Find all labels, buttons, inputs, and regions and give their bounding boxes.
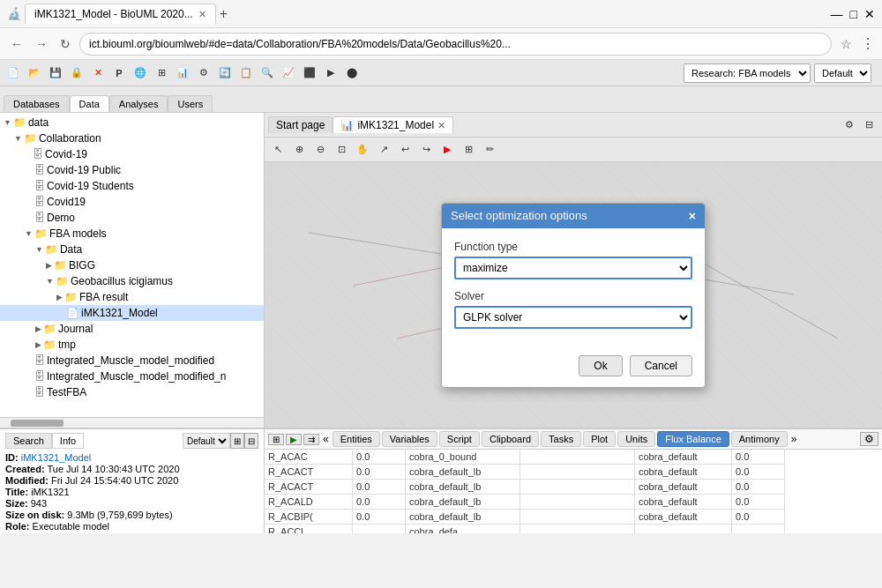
tree-item-collaboration[interactable]: ▼ 📁 Collaboration — [0, 130, 264, 146]
tree-item-covid19-public[interactable]: ▶ 🗄 Covid-19 Public — [0, 162, 264, 178]
toolbar-btn-13[interactable]: 📈 — [279, 63, 298, 83]
run-button[interactable]: ▶ — [437, 140, 457, 160]
solver-select[interactable]: GLPK solver CPLEX solver — [454, 306, 692, 329]
default-select[interactable]: Default — [814, 63, 871, 83]
tree-item-geobacillus[interactable]: ▼ 📁 Geobacillus icigiamus — [0, 273, 264, 289]
tree-item-tmp[interactable]: ▶ 📁 tmp — [0, 337, 264, 353]
br-toolbar-btn3[interactable]: ⇉ — [303, 434, 319, 445]
toolbar-btn-16[interactable]: ⬤ — [342, 63, 362, 83]
clipboard-tab[interactable]: Clipboard — [482, 431, 539, 447]
tasks-tab[interactable]: Tasks — [541, 431, 581, 447]
browser-menu-button[interactable]: ⋮ — [861, 35, 875, 52]
tree-item-demo[interactable]: ▶ 🗄 Demo — [0, 210, 264, 226]
tree-item-data-root[interactable]: ▼ 📁 data — [0, 115, 264, 130]
bottom-left-btn2[interactable]: ⊟ — [244, 433, 258, 449]
default-dropdown[interactable]: Default — [183, 433, 230, 449]
br-toolbar-btn1[interactable]: ⊞ — [268, 434, 284, 445]
tree-item-bigg[interactable]: ▶ 📁 BIGG — [0, 257, 264, 273]
toolbar-btn-2[interactable]: 📂 — [25, 63, 44, 83]
editor-split-button[interactable]: ⊟ — [859, 115, 878, 135]
maximize-icon[interactable]: □ — [850, 7, 857, 21]
toolbar-btn-9[interactable]: ⚙ — [194, 63, 213, 83]
toolbar-btn-5[interactable]: ✕ — [88, 63, 108, 83]
tree-item-covid19-students[interactable]: ▶ 🗄 Covid-19 Students — [0, 178, 264, 194]
tree-item-fba-data[interactable]: ▼ 📁 Data — [0, 242, 264, 257]
toolbar-btn-15[interactable]: ▶ — [321, 63, 340, 83]
tree-item-fba-result[interactable]: ▶ 📁 FBA result — [0, 289, 264, 305]
toolbar-btn-1[interactable]: 📄 — [4, 63, 23, 83]
info-tab[interactable]: Info — [52, 433, 84, 449]
tree-item-covid19-2[interactable]: ▶ 🗄 Covid19 — [0, 194, 264, 210]
left-panel-tab-analyses[interactable]: Analyses — [109, 95, 168, 112]
tree-item-journal[interactable]: ▶ 📁 Journal — [0, 321, 264, 337]
grid-button[interactable]: ⊞ — [459, 140, 478, 160]
redo-tool[interactable]: ↪ — [416, 140, 436, 160]
editor-options-button[interactable]: ⚙ — [840, 115, 859, 135]
research-select[interactable]: Research: FBA models — [684, 63, 811, 83]
close-icon[interactable]: ✕ — [864, 7, 875, 21]
flux-balance-tab[interactable]: Flux Balance — [657, 431, 729, 447]
diagram-icon: 📊 — [340, 119, 354, 131]
browser-tab-close[interactable]: ✕ — [198, 9, 206, 20]
editor-tab-start-page[interactable]: Start page — [268, 116, 333, 133]
toolbar-btn-8[interactable]: 📊 — [173, 63, 192, 83]
entities-tab[interactable]: Entities — [333, 431, 380, 447]
tree-item-integrated-muscle-n[interactable]: ▶ 🗄 Integrated_Muscle_model_modified_n — [0, 368, 264, 384]
tree-item-testfba[interactable]: ▶ 🗄 TestFBA — [0, 384, 264, 400]
undo-tool[interactable]: ↩ — [395, 140, 415, 160]
tab-close-icon[interactable]: ✕ — [437, 120, 445, 131]
toolbar-btn-p[interactable]: P — [109, 63, 129, 83]
left-panel-tab-users[interactable]: Users — [168, 95, 213, 112]
minimize-icon[interactable]: — — [831, 7, 843, 21]
left-panel-tab-data[interactable]: Data — [70, 95, 109, 112]
table-cell — [520, 495, 635, 510]
back-button[interactable]: ← — [7, 35, 26, 53]
variables-tab[interactable]: Variables — [382, 431, 437, 447]
toolbar-btn-14[interactable]: ⬛ — [300, 63, 319, 83]
select-tool[interactable]: ↖ — [268, 140, 288, 160]
toolbar-btn-6[interactable]: 🌐 — [131, 63, 150, 83]
zoom-out-tool[interactable]: ⊖ — [310, 140, 330, 160]
tree-item-fba-models[interactable]: ▼ 📁 FBA models — [0, 226, 264, 242]
toolbar-btn-11[interactable]: 📋 — [236, 63, 256, 83]
toolbar-btn-10[interactable]: 🔄 — [215, 63, 235, 83]
forward-button[interactable]: → — [32, 35, 51, 53]
script-tab[interactable]: Script — [439, 431, 480, 447]
browser-new-tab-button[interactable]: + — [220, 6, 228, 22]
toolbar-btn-12[interactable]: 🔍 — [258, 63, 277, 83]
antimony-tab[interactable]: Antimony — [731, 431, 788, 447]
plot-tab[interactable]: Plot — [583, 431, 616, 447]
zoom-in-tool[interactable]: ⊕ — [289, 140, 309, 160]
address-bar[interactable] — [79, 33, 832, 56]
ok-button[interactable]: Ok — [579, 355, 622, 376]
bottom-left-btn1[interactable]: ⊞ — [230, 433, 244, 449]
more-icon[interactable]: » — [789, 433, 799, 445]
horizontal-scrollbar[interactable] — [11, 420, 64, 427]
cancel-button[interactable]: Cancel — [630, 355, 692, 376]
reload-button[interactable]: ↻ — [56, 35, 74, 53]
created-label: Created: — [5, 464, 45, 474]
table-cell: 0.0 — [353, 510, 406, 525]
tree-item-integrated-muscle[interactable]: ▶ 🗄 Integrated_Muscle_model_modified — [0, 353, 264, 368]
left-panel-tab-databases[interactable]: Databases — [4, 95, 70, 112]
id-value[interactable]: iMK1321_Model — [21, 452, 92, 463]
fit-tool[interactable]: ⊡ — [332, 140, 351, 160]
function-type-select[interactable]: maximize minimize — [454, 257, 692, 279]
edit-button[interactable]: ✏ — [480, 140, 499, 160]
toolbar-btn-3[interactable]: 💾 — [46, 63, 65, 83]
modal-close-button[interactable]: × — [689, 209, 696, 223]
toolbar-btn-7[interactable]: ⊞ — [152, 63, 171, 83]
browser-tab[interactable]: iMK1321_Model - BioUML 2020... ✕ — [25, 4, 216, 24]
editor-tab-imk1321[interactable]: 📊 iMK1321_Model ✕ — [333, 116, 453, 133]
br-toolbar-btn2[interactable]: ▶ — [286, 434, 302, 445]
app-toolbar: 📄 📂 💾 🔒 ✕ P 🌐 ⊞ 📊 ⚙ 🔄 📋 🔍 📈 ⬛ ▶ ⬤ Resear… — [0, 60, 882, 86]
toolbar-btn-4[interactable]: 🔒 — [67, 63, 86, 83]
tree-item-covid19[interactable]: ▶ 🗄 Covid-19 — [0, 146, 264, 162]
settings-button[interactable]: ⚙ — [860, 432, 878, 446]
tree-item-imk1321[interactable]: ▶ 📄 iMK1321_Model — [0, 305, 264, 321]
edge-tool[interactable]: ↗ — [374, 140, 393, 160]
units-tab[interactable]: Units — [617, 431, 655, 447]
search-tab[interactable]: Search — [5, 433, 52, 449]
bookmark-button[interactable]: ☆ — [837, 35, 856, 53]
hand-tool[interactable]: ✋ — [353, 140, 372, 160]
